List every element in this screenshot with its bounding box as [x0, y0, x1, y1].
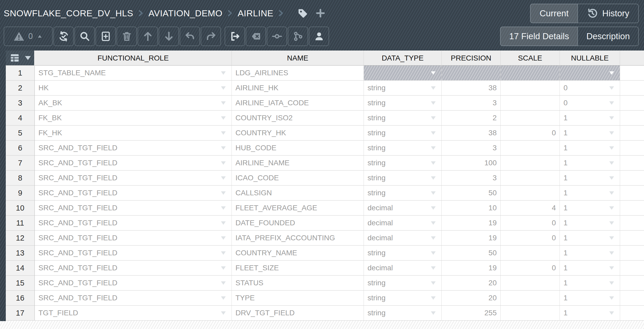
data-type-cell[interactable]: decimal [364, 231, 442, 246]
precision-cell[interactable]: 50 [442, 246, 501, 261]
nullable-cell[interactable]: 0 [560, 96, 620, 111]
name-cell[interactable]: ICAO_CODE [232, 171, 364, 186]
add-record-button[interactable] [95, 27, 116, 46]
functional-role-cell[interactable]: SRC_AND_TGT_FIELD [35, 201, 232, 216]
precision-cell[interactable]: 38 [442, 126, 501, 141]
functional-role-cell[interactable]: SRC_AND_TGT_FIELD [35, 276, 232, 291]
data-type-cell[interactable]: string [364, 111, 442, 126]
row-number[interactable]: 4 [6, 111, 35, 126]
tab-description[interactable]: Description [578, 27, 639, 46]
row-number[interactable]: 3 [6, 96, 35, 111]
scale-cell[interactable] [501, 81, 560, 96]
column-header-data-type[interactable]: DATA_TYPE [364, 51, 442, 66]
name-cell[interactable]: COUNTRY_HK [232, 126, 364, 141]
name-cell[interactable]: FLEET_AVERAGE_AGE [232, 201, 364, 216]
row-number[interactable]: 15 [6, 276, 35, 291]
nullable-cell[interactable]: 1 [560, 126, 620, 141]
precision-cell[interactable]: 3 [442, 171, 501, 186]
nullable-cell[interactable]: 1 [560, 291, 620, 306]
functional-role-cell[interactable]: SRC_AND_TGT_FIELD [35, 171, 232, 186]
move-up-button[interactable] [138, 27, 158, 46]
nullable-cell[interactable]: 1 [560, 246, 620, 261]
warnings-button[interactable]: 0 [4, 27, 53, 46]
column-header-functional-role[interactable]: FUNCTIONAL_ROLE [35, 51, 232, 66]
precision-cell[interactable]: 38 [442, 81, 501, 96]
name-cell[interactable]: AIRLINE_IATA_CODE [232, 96, 364, 111]
row-number[interactable]: 13 [6, 246, 35, 261]
functional-role-cell[interactable]: AK_BK [35, 96, 232, 111]
grid-menu-button[interactable] [6, 51, 35, 66]
precision-cell[interactable]: 3 [442, 141, 501, 156]
row-number[interactable]: 17 [6, 306, 35, 321]
refresh-button[interactable] [53, 27, 74, 46]
name-cell[interactable]: TYPE [232, 291, 364, 306]
commit-button[interactable] [267, 27, 287, 46]
data-type-cell[interactable]: string [364, 246, 442, 261]
data-type-cell[interactable]: string [364, 156, 442, 171]
functional-role-cell[interactable]: SRC_AND_TGT_FIELD [35, 216, 232, 231]
functional-role-cell[interactable]: SRC_AND_TGT_FIELD [35, 141, 232, 156]
move-down-button[interactable] [159, 27, 179, 46]
name-cell[interactable]: DATE_FOUNDED [232, 216, 364, 231]
name-cell[interactable]: AIRLINE_HK [232, 81, 364, 96]
row-number[interactable]: 14 [6, 261, 35, 276]
name-cell[interactable]: IATA_PREFIX_ACCOUNTING [232, 231, 364, 246]
scale-cell[interactable]: 0 [501, 231, 560, 246]
name-cell[interactable]: COUNTRY_NAME [232, 246, 364, 261]
precision-cell[interactable]: 20 [442, 291, 501, 306]
branch-button[interactable] [288, 27, 308, 46]
functional-role-cell[interactable]: STG_TABLE_NAME [35, 66, 232, 81]
nullable-cell[interactable]: 0 [560, 81, 620, 96]
name-cell[interactable]: CALLSIGN [232, 186, 364, 201]
row-number[interactable]: 5 [6, 126, 35, 141]
nullable-cell[interactable]: 1 [560, 171, 620, 186]
name-cell[interactable]: STATUS [232, 276, 364, 291]
scale-cell[interactable]: 0 [501, 216, 560, 231]
name-cell[interactable]: FLEET_SIZE [232, 261, 364, 276]
precision-cell[interactable]: 20 [442, 276, 501, 291]
column-header-nullable[interactable]: NULLABLE [560, 51, 620, 66]
tag-icon[interactable] [297, 8, 308, 19]
scale-cell[interactable] [501, 246, 560, 261]
functional-role-cell[interactable]: SRC_AND_TGT_FIELD [35, 156, 232, 171]
name-cell[interactable]: LDG_AIRLINES [232, 66, 364, 81]
functional-role-cell[interactable]: SRC_AND_TGT_FIELD [35, 291, 232, 306]
functional-role-cell[interactable]: FK_HK [35, 126, 232, 141]
scale-cell[interactable] [501, 306, 560, 321]
breadcrumb-item-database[interactable]: SNOWFLAKE_CORE_DV_HLS [4, 8, 133, 18]
data-type-cell[interactable]: decimal [364, 201, 442, 216]
data-type-cell[interactable]: decimal [364, 216, 442, 231]
name-cell[interactable]: DRV_TGT_FIELD [232, 306, 364, 321]
row-number[interactable]: 9 [6, 186, 35, 201]
breadcrumb-item-schema[interactable]: AVIATION_DEMO [148, 8, 222, 18]
nullable-cell[interactable]: 1 [560, 306, 620, 321]
precision-cell[interactable]: 255 [442, 306, 501, 321]
functional-role-cell[interactable]: TGT_FIELD [35, 306, 232, 321]
scale-cell[interactable]: 0 [501, 261, 560, 276]
functional-role-cell[interactable]: SRC_AND_TGT_FIELD [35, 246, 232, 261]
nullable-cell[interactable]: 1 [560, 141, 620, 156]
precision-cell[interactable]: 3 [442, 96, 501, 111]
column-header-scale[interactable]: SCALE [501, 51, 560, 66]
precision-cell[interactable]: 19 [442, 231, 501, 246]
precision-cell[interactable]: 2 [442, 111, 501, 126]
tab-field-details[interactable]: 17 Field Details [500, 27, 577, 46]
precision-cell[interactable] [442, 66, 501, 81]
functional-role-cell[interactable]: FK_BK [35, 111, 232, 126]
scale-cell[interactable] [501, 156, 560, 171]
data-type-cell[interactable]: string [364, 96, 442, 111]
scale-cell[interactable] [501, 141, 560, 156]
functional-role-cell[interactable]: HK [35, 81, 232, 96]
data-type-cell[interactable] [364, 66, 442, 81]
precision-cell[interactable]: 19 [442, 261, 501, 276]
data-type-cell[interactable]: string [364, 171, 442, 186]
scale-cell[interactable] [501, 111, 560, 126]
nullable-cell[interactable]: 1 [560, 276, 620, 291]
current-button[interactable]: Current [530, 4, 578, 23]
row-number[interactable]: 1 [6, 66, 35, 81]
row-number[interactable]: 7 [6, 156, 35, 171]
scale-cell[interactable] [501, 171, 560, 186]
scale-cell[interactable]: 4 [501, 201, 560, 216]
column-header-precision[interactable]: PRECISION [442, 51, 501, 66]
name-cell[interactable]: AIRLINE_NAME [232, 156, 364, 171]
